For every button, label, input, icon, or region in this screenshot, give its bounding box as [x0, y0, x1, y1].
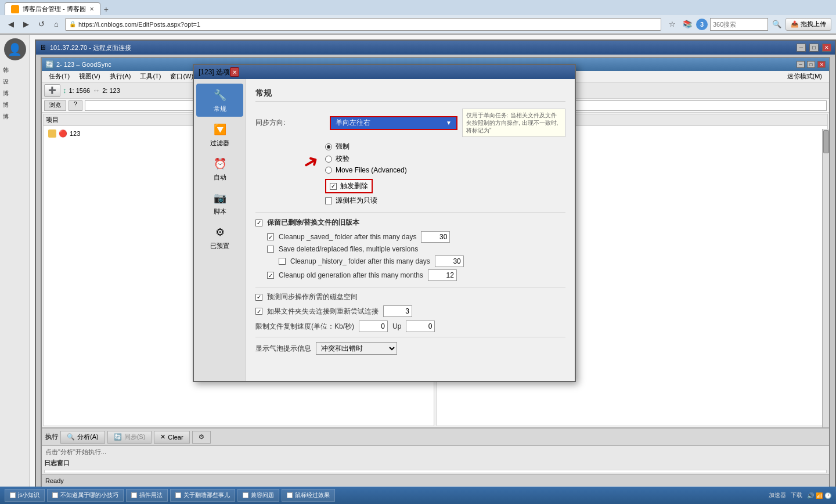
- sync-direction-dropdown[interactable]: 单向左往右 ▼: [330, 116, 457, 130]
- taskbar-item-mouse[interactable]: 鼠标经过效果: [282, 489, 335, 502]
- taskbar-checkbox-wall: [175, 492, 181, 498]
- gs-close-btn[interactable]: ✕: [817, 61, 826, 68]
- limit-down-input[interactable]: [406, 321, 435, 332]
- radio-verify[interactable]: 校验: [325, 154, 565, 164]
- gs-maximize-btn[interactable]: □: [807, 61, 815, 68]
- cleanup-old-checkbox[interactable]: ✓: [267, 272, 274, 279]
- reconnect-checkbox[interactable]: ✓: [255, 308, 262, 315]
- limit-speed-row: 限制文件复制速度(单位：Kb/秒) Up: [255, 321, 565, 332]
- menu-task[interactable]: 任务(T): [44, 71, 74, 82]
- taskbar-item-plugins[interactable]: 插件用法: [126, 489, 168, 502]
- help-left-btn[interactable]: ?: [69, 100, 82, 111]
- nav-item-preset[interactable]: ⚙ 已预置: [196, 221, 243, 254]
- predict-space-label: 预测同步操作所需的磁盘空间: [267, 292, 358, 302]
- bubble-label: 显示气泡提示信息: [255, 344, 311, 354]
- analyze-btn[interactable]: 🔍 分析(A): [60, 431, 105, 444]
- scroll-bar[interactable]: [822, 129, 829, 427]
- source-readonly-checkbox[interactable]: [325, 197, 332, 204]
- browser-chrome: 博客后台管理 - 博客园 ✕ + ◀ ▶ ↺ ⌂ 🔒 https://i.cnb…: [0, 0, 836, 35]
- scroll-thumb[interactable]: [823, 130, 829, 153]
- trigger-delete-row: ✓ 触发删除: [325, 179, 565, 193]
- gs-statusbar: Ready: [42, 474, 829, 486]
- refresh-btn[interactable]: ↺: [35, 18, 48, 31]
- taskbar-item-wall[interactable]: 关于翻墙那些事儿: [170, 489, 235, 502]
- save-deleted-checkbox[interactable]: [267, 246, 274, 253]
- gs-minimize-btn[interactable]: ─: [797, 61, 805, 68]
- taskbar-download: 下载: [791, 491, 802, 499]
- radio-move-files[interactable]: Move Files (Advanced): [325, 166, 565, 174]
- home-btn[interactable]: ⌂: [50, 18, 63, 31]
- taskbar-item-compat[interactable]: 兼容问题: [237, 489, 279, 502]
- menu-exec[interactable]: 执行(A): [105, 71, 136, 82]
- reconnect-label: 如果文件夹失去连接则重新尝试连接: [267, 307, 379, 316]
- bookmark-btn[interactable]: 📚: [681, 18, 694, 31]
- radio-verify-icon: [325, 156, 332, 163]
- options-btn[interactable]: ⚙: [192, 431, 211, 444]
- taskbar-item-tips[interactable]: 不知道属于哪的小技巧: [47, 489, 124, 502]
- taskbar-right: 加速器 下载 🔊 📶 🕐: [769, 491, 831, 499]
- add-job-btn[interactable]: ➕: [44, 84, 60, 97]
- sync-btn[interactable]: 🔄 同步(S): [107, 431, 152, 444]
- sync-direction-value: 单向左往右: [336, 118, 370, 128]
- taskbar-label-plugins: 插件用法: [139, 491, 163, 499]
- 360-icon: 3: [696, 19, 708, 30]
- source-readonly-row: 源侧栏为只读: [325, 196, 565, 206]
- browser-tab-active[interactable]: 博客后台管理 - 博客园 ✕: [5, 2, 100, 15]
- search-btn[interactable]: 🔍: [770, 18, 783, 31]
- radio-move-label: Move Files (Advanced): [336, 166, 407, 174]
- dlg-titlebar: [123] 选项 ✕: [194, 65, 575, 79]
- rdp-minimize-btn[interactable]: ─: [797, 44, 806, 52]
- predict-space-checkbox[interactable]: ✓: [255, 294, 262, 301]
- clear-label: Clear: [168, 434, 183, 441]
- bubble-row: 显示气泡提示信息 冲突和出错时 总是 从不: [255, 342, 565, 355]
- sidebar-item-2[interactable]: 博: [1, 88, 28, 99]
- nav-item-general[interactable]: 🔧 常规: [196, 84, 243, 117]
- nav-item-auto[interactable]: ⏰ 自动: [196, 152, 243, 185]
- dlg-close-btn[interactable]: ✕: [230, 67, 239, 77]
- taskbar-label-tips: 不知道属于哪的小技巧: [60, 491, 118, 499]
- search-input[interactable]: [710, 18, 768, 31]
- gs-status-bar: 点击"分析"开始执行...: [42, 446, 829, 458]
- new-tab-btn[interactable]: +: [100, 3, 112, 15]
- cleanup-saved-input[interactable]: [421, 231, 450, 243]
- nav-item-filter[interactable]: 🔽 过滤器: [196, 118, 243, 151]
- trigger-delete-checkbox[interactable]: ✓: [330, 183, 337, 190]
- rdp-maximize-btn[interactable]: □: [809, 44, 819, 52]
- taskbar-item-js[interactable]: js小知识: [5, 489, 45, 502]
- star-btn[interactable]: ☆: [666, 18, 679, 31]
- menu-tools[interactable]: 工具(T): [135, 71, 165, 82]
- source-readonly-label: 源侧栏为只读: [336, 196, 377, 206]
- sidebar-item-1[interactable]: 设: [1, 77, 28, 87]
- cleanup-history-input[interactable]: [435, 255, 464, 267]
- sidebar-item-4[interactable]: 博: [1, 111, 28, 122]
- back-btn[interactable]: ◀: [5, 18, 17, 31]
- keep-versions-checkbox[interactable]: ✓: [255, 219, 262, 226]
- reconnect-input[interactable]: [383, 305, 412, 317]
- nav-label-preset: 已预置: [210, 242, 229, 250]
- radio-forced[interactable]: 强制: [325, 142, 565, 152]
- nav-item-script[interactable]: 📷 脚本: [196, 186, 243, 219]
- forward-btn[interactable]: ▶: [20, 18, 33, 31]
- taskbar-icons: 🔊 📶 🕐: [807, 492, 831, 499]
- folder-name: 123: [70, 130, 80, 137]
- menu-view[interactable]: 视图(V): [74, 71, 105, 82]
- sidebar-item-3[interactable]: 博: [1, 100, 28, 110]
- cleanup-history-checkbox[interactable]: [279, 258, 286, 265]
- upload-btn[interactable]: 📤 拖拽上传: [785, 18, 831, 31]
- cleanup-old-input[interactable]: [428, 269, 457, 281]
- address-bar[interactable]: 🔒 https://i.cnblogs.com/EditPosts.aspx?o…: [65, 18, 661, 31]
- user-avatar[interactable]: 👤: [4, 38, 26, 60]
- taskbar-checkbox-js: [10, 492, 16, 498]
- clear-btn[interactable]: ✕ Clear: [154, 431, 189, 444]
- tab-close-btn[interactable]: ✕: [89, 6, 94, 12]
- sync-direction-label: 同步方向:: [255, 118, 325, 128]
- bubble-dropdown[interactable]: 冲突和出错时 总是 从不: [316, 342, 397, 355]
- nav-label-filter: 过滤器: [210, 139, 229, 147]
- keep-versions-row: ✓ 保留已删除/替换文件的旧版本: [255, 218, 565, 228]
- browse-left-btn[interactable]: 浏览: [44, 100, 66, 111]
- cleanup-saved-checkbox[interactable]: ✓: [267, 233, 274, 240]
- limit-up-input[interactable]: [359, 321, 388, 332]
- sidebar-item-0[interactable]: 韩: [1, 65, 28, 75]
- rdp-close-btn[interactable]: ✕: [822, 44, 831, 52]
- mini-mode-btn[interactable]: 迷你模式(M): [783, 72, 827, 81]
